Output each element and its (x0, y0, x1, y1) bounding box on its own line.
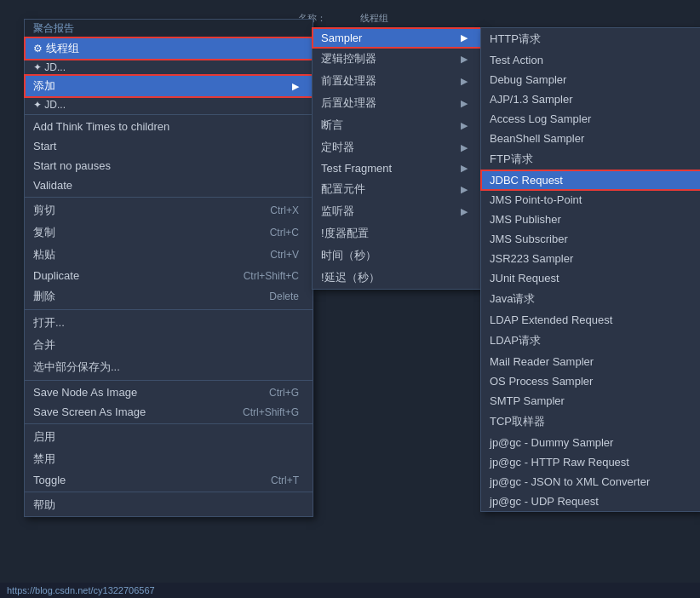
menu-item-jms-publisher[interactable]: JMS Publisher (481, 210, 700, 229)
menu-item-os-process[interactable]: OS Process Sampler (481, 371, 700, 391)
divider (25, 492, 313, 492)
menu-item-smtp-sampler[interactable]: SMTP Sampler (481, 391, 700, 411)
url-bar: https://blog.csdn.net/cy1322706567 (0, 583, 700, 598)
menu-item-paste[interactable]: 粘贴 Ctrl+V (25, 244, 313, 266)
menu-item-duplicate[interactable]: Duplicate Ctrl+Shift+C (25, 266, 313, 285)
menu-item-http-request[interactable]: HTTP请求 (481, 28, 700, 50)
menu-item-pre-processor[interactable]: 前置处理器 ▶ (313, 70, 481, 92)
menu-item-duration[interactable]: 时间（秒） (313, 244, 481, 267)
menu-item-jpgc-json-xml[interactable]: jp@gc - JSON to XML Converter (481, 472, 700, 492)
menu-item-timer[interactable]: 定时器 ▶ (313, 136, 481, 158)
menu-item-assertion[interactable]: 断言 ▶ (313, 114, 481, 136)
menu-item-test-action[interactable]: Test Action (481, 50, 700, 70)
menu-item-java-request[interactable]: Java请求 (481, 288, 700, 310)
menu-item-tps-config[interactable]: !度器配置 (313, 222, 481, 244)
menu-item-aggregate[interactable]: 聚合报告 (25, 20, 313, 37)
menu-item-toggle[interactable]: Toggle Ctrl+T (25, 470, 313, 490)
menu-item-jpgc-dummy[interactable]: jp@gc - Dummy Sampler (481, 433, 700, 452)
menu-item-delete[interactable]: 删除 Delete (25, 285, 313, 308)
context-menu-level3: HTTP请求 Test Action Debug Sampler AJP/1.3… (480, 27, 700, 512)
menu-item-beanshell-sampler[interactable]: BeanShell Sampler (481, 129, 700, 148)
menu-item-add[interactable]: 添加 ▶ (25, 75, 313, 97)
menu-item-copy[interactable]: 复制 Ctrl+C (25, 221, 313, 244)
menu-item-jpgc-udp[interactable]: jp@gc - UDP Request (481, 492, 700, 511)
divider (25, 423, 313, 424)
menu-item-enable[interactable]: 启用 (25, 426, 313, 448)
menu-item-save-screen-image[interactable]: Save Screen As Image Ctrl+Shift+G (25, 402, 313, 422)
menu-item-junit-request[interactable]: JUnit Request (481, 268, 700, 288)
menu-item-access-log-sampler[interactable]: Access Log Sampler (481, 109, 700, 129)
divider (25, 114, 313, 115)
menu-item-listener[interactable]: 监听器 ▶ (313, 200, 481, 222)
menu-item-jd1[interactable]: ✦ JD... (25, 60, 313, 75)
menu-item-debug-sampler[interactable]: Debug Sampler (481, 70, 700, 89)
menu-item-thread-group[interactable]: ⚙ 线程组 (25, 37, 313, 60)
divider (25, 309, 313, 310)
menu-item-start-no-pause[interactable]: Start no pauses (25, 156, 313, 175)
divider (25, 380, 313, 381)
menu-item-open[interactable]: 打开... (25, 312, 313, 334)
menu-item-jpgc-http-raw[interactable]: jp@gc - HTTP Raw Request (481, 452, 700, 472)
menu-item-add-think-times[interactable]: Add Think Times to children (25, 117, 313, 136)
menu-item-jd2[interactable]: ✦ JD... (25, 97, 313, 112)
menu-item-jdbc-request[interactable]: JDBC Request (481, 170, 700, 190)
menu-item-ldap[interactable]: LDAP请求 (481, 330, 700, 352)
menu-item-post-processor[interactable]: 后置处理器 ▶ (313, 92, 481, 114)
divider (25, 197, 313, 198)
menu-item-ftp[interactable]: FTP请求 (481, 148, 700, 170)
context-menu-level1: 聚合报告 ⚙ 线程组 ✦ JD... 添加 ▶ ✦ JD... Add Thin… (24, 19, 313, 517)
menu-item-ldap-extended[interactable]: LDAP Extended Request (481, 310, 700, 330)
menu-item-tcp[interactable]: TCP取样器 (481, 411, 700, 433)
menu-item-logic-controller[interactable]: 逻辑控制器 ▶ (313, 48, 481, 70)
menu-item-test-fragment[interactable]: Test Fragment ▶ (313, 158, 481, 178)
menu-item-jms-p2p[interactable]: JMS Point-to-Point (481, 190, 700, 210)
url-text: https://blog.csdn.net/cy1322706567 (7, 585, 155, 595)
menu-item-save-partial[interactable]: 选中部分保存为... (25, 356, 313, 378)
menu-item-save-node-image[interactable]: Save Node As Image Ctrl+G (25, 382, 313, 402)
menu-item-validate[interactable]: Validate (25, 175, 313, 195)
menu-item-ajp-sampler[interactable]: AJP/1.3 Sampler (481, 89, 700, 109)
context-menu-level2: Sampler ▶ 逻辑控制器 ▶ 前置处理器 ▶ 后置处理器 ▶ 断言 ▶ 定… (312, 27, 482, 290)
menu-item-cut[interactable]: 剪切 Ctrl+X (25, 199, 313, 221)
menu-item-rampup[interactable]: !延迟（秒） (313, 267, 481, 289)
menu-item-help[interactable]: 帮助 (25, 494, 313, 516)
menu-item-merge[interactable]: 合并 (25, 334, 313, 356)
col-group: 线程组 (360, 12, 388, 25)
menu-item-mail-reader[interactable]: Mail Reader Sampler (481, 352, 700, 371)
menu-item-sampler[interactable]: Sampler ▶ (313, 28, 481, 48)
menu-item-config-element[interactable]: 配置元件 ▶ (313, 178, 481, 200)
menu-item-jms-subscriber[interactable]: JMS Subscriber (481, 229, 700, 249)
menu-item-jsr223-sampler[interactable]: JSR223 Sampler (481, 249, 700, 268)
menu-item-disable[interactable]: 禁用 (25, 448, 313, 470)
menu-item-start[interactable]: Start (25, 136, 313, 156)
